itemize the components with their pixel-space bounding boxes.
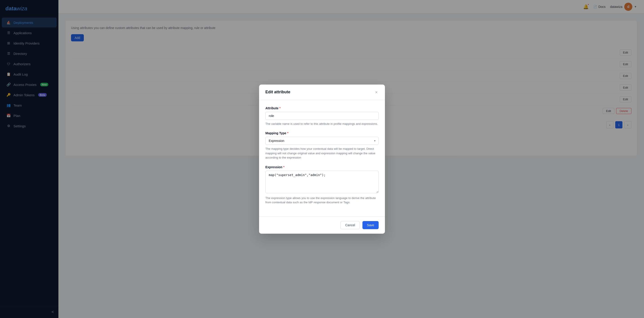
modal-body: Attribute * The variable name is used to…	[259, 100, 385, 216]
modal-close-button[interactable]: ×	[374, 89, 379, 95]
mapping-type-select[interactable]: Direct Expression	[265, 137, 379, 145]
mapping-type-select-wrapper: Direct Expression ▾	[265, 137, 379, 145]
mapping-type-label: Mapping Type *	[265, 131, 379, 135]
attribute-required: *	[279, 106, 280, 110]
modal-header: Edit attribute ×	[259, 85, 385, 100]
cancel-button[interactable]: Cancel	[340, 221, 360, 229]
modal-footer: Cancel Save	[259, 216, 385, 234]
save-button[interactable]: Save	[362, 221, 379, 229]
expression-textarea[interactable]	[265, 171, 379, 193]
attribute-field-group: Attribute * The variable name is used to…	[265, 106, 379, 126]
mapping-type-required: *	[287, 131, 288, 135]
expression-field-group: Expression * The expression type allows …	[265, 165, 379, 205]
edit-attribute-modal: Edit attribute × Attribute * The variabl…	[259, 85, 385, 234]
mapping-type-hint: The mapping type decides how your contex…	[265, 147, 379, 160]
expression-required: *	[283, 165, 284, 169]
attribute-input[interactable]	[265, 112, 379, 120]
expression-label: Expression *	[265, 165, 379, 169]
mapping-type-field-group: Mapping Type * Direct Expression ▾ The m…	[265, 131, 379, 160]
modal-title: Edit attribute	[265, 90, 290, 95]
expression-hint: The expression type allows you to use th…	[265, 196, 379, 205]
attribute-label: Attribute *	[265, 106, 379, 110]
attribute-hint: The variable name is used to refer to th…	[265, 122, 379, 126]
modal-overlay: Edit attribute × Attribute * The variabl…	[0, 0, 644, 318]
